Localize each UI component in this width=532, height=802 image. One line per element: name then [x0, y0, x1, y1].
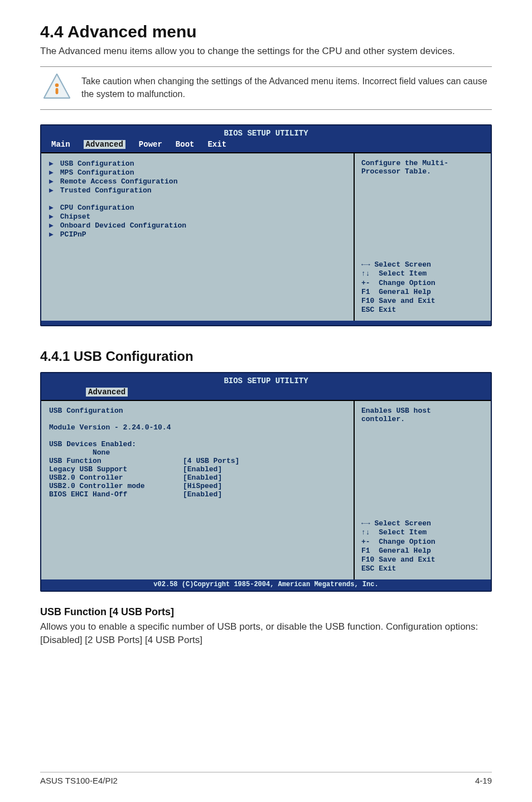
row-value: [Enabled] [183, 465, 222, 474]
bios-advanced-menu: BIOS SETUP UTILITY Main Advanced Power B… [40, 124, 492, 326]
bios-tabs: Main Advanced Power Boot Exit [41, 140, 491, 152]
caution-callout: Take caution when changing the settings … [40, 66, 492, 110]
bios-help-text: Configure the Multi- Processor Table. [361, 159, 485, 176]
tab-advanced[interactable]: Advanced [84, 140, 125, 149]
menu-item-label: Trusted Configuration [60, 186, 152, 195]
row-label: BIOS EHCI Hand-Off [49, 490, 183, 499]
bios-key-hints: ←→ Select Screen ↑↓ Select Item +- Chang… [361, 519, 485, 574]
svg-rect-1 [56, 88, 59, 94]
page-footer: ASUS TS100-E4/PI2 4-19 [40, 772, 492, 785]
menu-item-onboard-cfg[interactable]: ▶ Onboard Deviced Configuration [49, 221, 346, 230]
param-desc: Allows you to enable a specific number o… [40, 620, 492, 648]
menu-item-mps-cfg[interactable]: ▶ MPS Configuration [49, 168, 346, 177]
tab-exit[interactable]: Exit [207, 140, 226, 149]
row-label: USB Function [49, 457, 183, 465]
row-label: USB2.0 Controller [49, 474, 183, 482]
caution-icon [42, 73, 71, 104]
usb-devices-heading: USB Devices Enabled: [49, 440, 346, 448]
bios-menu-list: ▶ USB Configuration ▶ MPS Configuration … [41, 153, 355, 321]
tab-advanced[interactable]: Advanced [86, 388, 128, 397]
menu-item-trusted-cfg[interactable]: ▶ Trusted Configuration [49, 186, 346, 195]
row-usb20-mode[interactable]: USB2.0 Controller mode [HiSpeed] [49, 482, 346, 490]
caution-text: Take caution when changing the settings … [81, 75, 490, 100]
row-value: [Enabled] [183, 490, 222, 499]
tab-main[interactable]: Main [51, 140, 70, 149]
bios-copyright: v02.58 (C)Copyright 1985-2004, American … [41, 579, 491, 591]
menu-item-label: PCIPnP [60, 230, 86, 239]
menu-item-label: CPU Configuration [60, 204, 134, 212]
tab-power[interactable]: Power [139, 140, 162, 149]
section-intro: The Advanced menu items allow you to cha… [40, 45, 492, 59]
menu-item-label: Onboard Deviced Configuration [60, 221, 186, 230]
bios-util-title: BIOS SETUP UTILITY [41, 128, 491, 140]
row-usb-function[interactable]: USB Function [4 USB Ports] [49, 457, 346, 465]
menu-item-pcipnp[interactable]: ▶ PCIPnP [49, 230, 346, 239]
menu-item-remote-cfg[interactable]: ▶ Remote Access Configuration [49, 177, 346, 186]
section-title: 4.4 Advanced menu [40, 22, 492, 41]
footer-left: ASUS TS100-E4/PI2 [40, 776, 118, 785]
row-value: [Enabled] [183, 474, 222, 482]
usb-devices-none: None [49, 448, 346, 457]
bios-usb-left: USB Configuration Module Version - 2.24.… [41, 401, 355, 579]
menu-item-label: USB Configuration [60, 160, 134, 168]
menu-item-usb-cfg[interactable]: ▶ USB Configuration [49, 159, 346, 168]
usb-cfg-heading: USB Configuration [49, 407, 346, 415]
footer-right: 4-19 [475, 776, 492, 785]
bios-help-pane: Configure the Multi- Processor Table. ←→… [355, 153, 491, 321]
menu-item-label: Chipset [60, 212, 91, 221]
svg-point-0 [55, 83, 59, 87]
row-legacy-usb[interactable]: Legacy USB Support [Enabled] [49, 465, 346, 474]
row-label: USB2.0 Controller mode [49, 482, 183, 490]
row-label: Legacy USB Support [49, 465, 183, 474]
param-title: USB Function [4 USB Ports] [40, 606, 492, 618]
menu-item-label: Remote Access Configuration [60, 177, 178, 186]
module-version: Module Version - 2.24.0-10.4 [49, 423, 346, 432]
row-value: [HiSpeed] [183, 482, 222, 490]
bios-help-text: Enables USB host contoller. [361, 407, 485, 423]
subsection-title: 4.4.1 USB Configuration [40, 349, 492, 364]
menu-item-label: MPS Configuration [60, 168, 134, 177]
menu-item-cpu-cfg[interactable]: ▶ CPU Configuration [49, 203, 346, 212]
bios-help-pane: Enables USB host contoller. ←→ Select Sc… [355, 401, 491, 579]
menu-item-chipset[interactable]: ▶ Chipset [49, 212, 346, 221]
bios-key-hints: ←→ Select Screen ↑↓ Select Item +- Chang… [361, 260, 485, 315]
bios-util-title: BIOS SETUP UTILITY [41, 375, 491, 388]
bios-usb-config: BIOS SETUP UTILITY Advanced USB Configur… [40, 372, 492, 592]
row-ehci-handoff[interactable]: BIOS EHCI Hand-Off [Enabled] [49, 490, 346, 499]
tab-boot[interactable]: Boot [176, 140, 195, 149]
row-value: [4 USB Ports] [183, 457, 239, 465]
row-usb20-controller[interactable]: USB2.0 Controller [Enabled] [49, 474, 346, 482]
